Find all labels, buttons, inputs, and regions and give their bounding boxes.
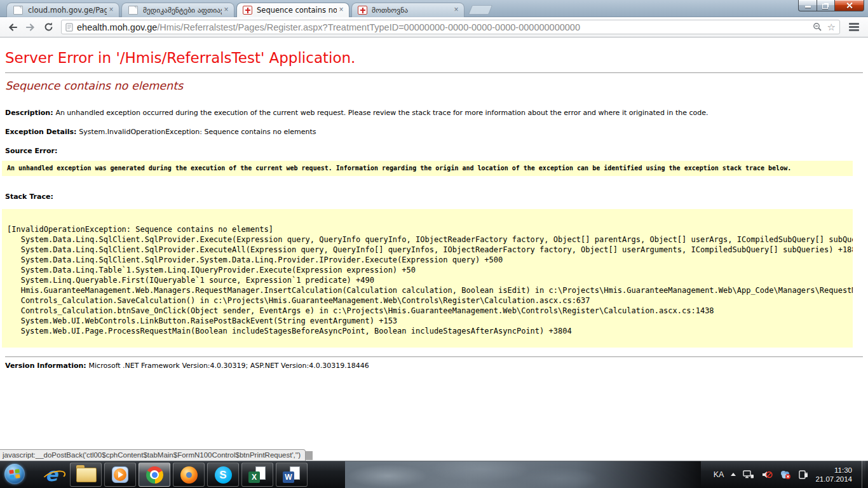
tab-close-icon[interactable]: × bbox=[337, 6, 346, 15]
forward-button[interactable] bbox=[22, 19, 39, 36]
firefox-icon bbox=[180, 466, 198, 484]
desktop: cloud.moh.gov.ge/Pages/ × მედიკამენტები … bbox=[0, 0, 868, 488]
chrome-icon bbox=[146, 466, 163, 484]
window-controls bbox=[798, 0, 864, 11]
back-button[interactable] bbox=[4, 19, 22, 36]
browser-toolbar: ehealth.moh.gov.ge/Hmis/Referralstest/Pa… bbox=[0, 17, 868, 37]
tab-sequence-error-active[interactable]: Sequence contains no ele × bbox=[236, 3, 349, 17]
forward-arrow-icon bbox=[25, 22, 36, 32]
tab-medicaments[interactable]: მედიკამენტები აფთიაქ × bbox=[121, 3, 234, 17]
tab-title: მედიკამენტები აფთიაქ bbox=[143, 6, 222, 15]
taskbar-explorer-button[interactable] bbox=[70, 463, 102, 487]
divider bbox=[5, 72, 863, 73]
zoom-icon[interactable] bbox=[813, 22, 822, 32]
exception-details-line: Exception Details: System.InvalidOperati… bbox=[5, 128, 863, 136]
page-title: Server Error in '/Hmis/ReferralsTest' Ap… bbox=[5, 50, 863, 66]
georgia-emblem-favicon-icon bbox=[243, 6, 252, 15]
network-icon[interactable] bbox=[743, 470, 754, 480]
divider bbox=[5, 356, 863, 357]
taskbar: e S X W KA bbox=[0, 461, 868, 488]
system-tray: KA 11:30 21.07.2014 bbox=[714, 461, 865, 488]
description-label: Description: bbox=[5, 109, 55, 117]
tab-title: Sequence contains no ele bbox=[257, 6, 337, 15]
exception-label: Exception Details: bbox=[5, 128, 79, 136]
taskbar-skype-button[interactable]: S bbox=[207, 463, 239, 487]
tab-close-icon[interactable]: × bbox=[452, 6, 461, 15]
exception-text: System.InvalidOperationException: Sequen… bbox=[79, 128, 316, 136]
stack-trace-box: [InvalidOperationException: Sequence con… bbox=[2, 209, 853, 348]
tab-request[interactable]: მოთხოვნა × bbox=[351, 3, 465, 17]
description-text: An unhandled exception occurred during t… bbox=[55, 109, 708, 117]
reload-button[interactable] bbox=[39, 19, 57, 36]
device-icon[interactable] bbox=[798, 470, 808, 480]
tab-title: cloud.moh.gov.ge/Pages/ bbox=[28, 6, 107, 15]
show-desktop-button[interactable] bbox=[862, 461, 865, 488]
taskbar-word-button[interactable]: W bbox=[276, 463, 308, 487]
tab-strip: cloud.moh.gov.ge/Pages/ × მედიკამენტები … bbox=[0, 0, 868, 17]
page-favicon-icon bbox=[13, 6, 23, 15]
clock-time: 11:30 bbox=[815, 466, 852, 475]
taskbar-firefox-button[interactable] bbox=[173, 463, 205, 487]
taskbar-chrome-button[interactable] bbox=[139, 463, 170, 487]
stack-trace-label: Stack Trace: bbox=[5, 193, 53, 201]
excel-icon: X bbox=[248, 466, 266, 483]
word-icon: W bbox=[283, 466, 301, 483]
restore-icon bbox=[822, 4, 828, 9]
skype-icon: S bbox=[215, 466, 232, 484]
source-error-text: An unhandled exception was generated dur… bbox=[7, 165, 791, 172]
language-indicator[interactable]: KA bbox=[714, 470, 724, 479]
tab-close-icon[interactable]: × bbox=[222, 6, 231, 15]
version-text: Microsoft .NET Framework Version:4.0.303… bbox=[89, 362, 369, 370]
source-error-line: Source Error: bbox=[5, 147, 863, 155]
clock-date: 21.07.2014 bbox=[815, 475, 852, 484]
page-icon[interactable] bbox=[65, 23, 73, 32]
menu-button[interactable] bbox=[844, 19, 864, 36]
close-button[interactable] bbox=[835, 0, 864, 11]
tab-cloud-moh[interactable]: cloud.moh.gov.ge/Pages/ × bbox=[6, 3, 119, 17]
back-arrow-icon bbox=[7, 22, 18, 32]
tab-close-icon[interactable]: × bbox=[107, 6, 116, 15]
volume-muted-icon[interactable] bbox=[761, 470, 773, 480]
taskbar-media-player-button[interactable] bbox=[104, 463, 136, 487]
app-error-icon[interactable] bbox=[780, 470, 791, 480]
stack-trace-line: Stack Trace: bbox=[5, 193, 863, 201]
media-player-icon bbox=[111, 466, 129, 484]
tab-title: მოთხოვნა bbox=[372, 6, 452, 15]
status-bar: javascript:__doPostBack('ctl00$cphConten… bbox=[0, 449, 306, 461]
address-bar[interactable]: ehealth.moh.gov.ge/Hmis/Referralstest/Pa… bbox=[61, 20, 840, 34]
internet-explorer-icon: e bbox=[45, 466, 58, 484]
url-domain: ehealth.moh.gov.ge bbox=[77, 22, 157, 32]
start-button[interactable] bbox=[4, 464, 26, 485]
status-link-text: javascript:__doPostBack('ctl00$cphConten… bbox=[3, 451, 301, 459]
taskbar-apps: e S X W bbox=[36, 461, 308, 488]
windows-logo-icon bbox=[4, 464, 25, 484]
close-icon bbox=[846, 2, 853, 9]
source-error-box: An unhandled exception was generated dur… bbox=[2, 161, 853, 176]
taskbar-glass-area bbox=[345, 461, 701, 488]
minimize-button[interactable] bbox=[798, 0, 817, 11]
folder-icon bbox=[76, 468, 95, 482]
restore-button[interactable] bbox=[817, 0, 835, 11]
version-info-line: Version Information: Microsoft .NET Fram… bbox=[5, 362, 863, 370]
stack-trace-text: [InvalidOperationException: Sequence con… bbox=[7, 224, 848, 336]
reload-icon bbox=[43, 22, 54, 32]
minimize-icon bbox=[805, 6, 811, 8]
new-tab-button[interactable] bbox=[468, 5, 492, 15]
taskbar-internet-explorer-button[interactable]: e bbox=[36, 463, 67, 487]
hidden-icons-arrow-icon[interactable] bbox=[731, 473, 736, 476]
url-path: /Hmis/Referralstest/Pages/Register.aspx?… bbox=[157, 22, 580, 32]
error-subtitle: Sequence contains no elements bbox=[5, 79, 863, 92]
clock[interactable]: 11:30 21.07.2014 bbox=[815, 466, 855, 484]
error-page: Server Error in '/Hmis/ReferralsTest' Ap… bbox=[0, 38, 868, 461]
description-line: Description: An unhandled exception occu… bbox=[5, 109, 863, 117]
bookmark-star-icon[interactable]: ☆ bbox=[827, 22, 836, 33]
url-text: ehealth.moh.gov.ge/Hmis/Referralstest/Pa… bbox=[77, 22, 813, 32]
taskbar-excel-button[interactable]: X bbox=[241, 463, 273, 487]
georgia-emblem-favicon-icon bbox=[358, 6, 367, 15]
source-error-label: Source Error: bbox=[5, 147, 57, 155]
page-favicon-icon bbox=[128, 6, 138, 15]
version-label: Version Information: bbox=[5, 362, 89, 370]
